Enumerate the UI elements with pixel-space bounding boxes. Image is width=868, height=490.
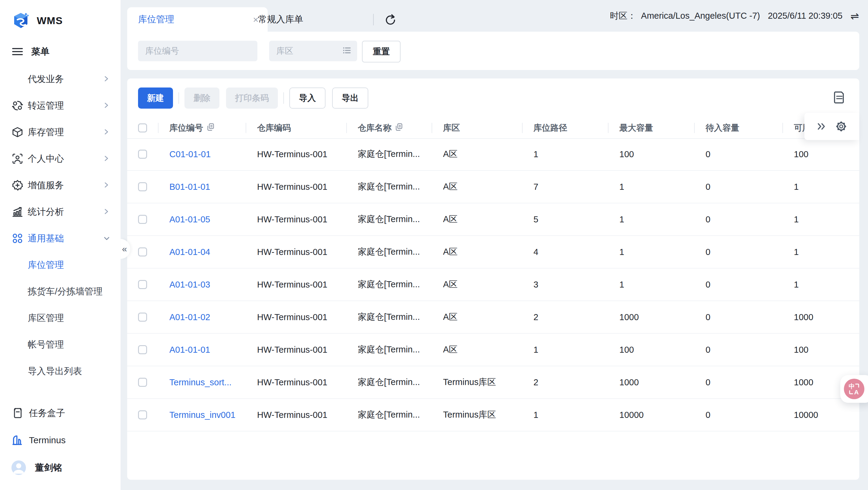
cell-code[interactable]: B01-01-01 [158,171,246,203]
cell-available_capacity: 10000 [782,399,859,431]
cell-path: 1 [522,138,608,170]
row-checkbox[interactable] [138,313,147,322]
chevron-right-icon [103,76,110,83]
create-button[interactable]: 新建 [138,87,173,109]
row-checkbox[interactable] [138,280,147,289]
sidebar-item-1[interactable]: 转运管理 [0,92,121,119]
sidebar-item-6[interactable]: 通用基础 [0,225,121,252]
cell-path: 2 [522,301,608,333]
cell-available_capacity: 1 [782,236,859,268]
row-select-cell [127,171,158,203]
location-code-input[interactable] [138,46,257,56]
expand-columns-icon[interactable] [817,122,827,131]
reset-button[interactable]: 重置 [362,41,401,62]
sidebar-subitem-1[interactable]: 拣货车/分拣墙管理 [0,278,121,305]
sidebar-subitem-4[interactable]: 导入导出列表 [0,358,121,384]
sidebar-item-0[interactable]: 代发业务 [0,66,121,92]
row-select-cell [127,203,158,235]
svg-text:中: 中 [849,383,855,390]
copy-icon[interactable] [207,123,215,133]
cell-pending_capacity: 0 [694,171,782,203]
cell-warehouse_code: HW-Terminus-001 [246,236,346,268]
cell-zone: A区 [432,138,522,170]
tab-inbound-order[interactable]: 常规入库单 [248,7,379,32]
transfer-icon [12,100,23,111]
cell-zone: A区 [432,268,522,300]
column-header-5: 最大容量 [608,118,694,138]
cell-available_capacity: 100 [782,334,859,366]
cell-code[interactable]: Terminus_sort... [158,366,246,398]
column-header-3: 库区 [432,118,522,138]
cell-code[interactable]: Terminus_inv001 [158,399,246,431]
avatar [11,460,26,475]
translate-button[interactable]: 中 A [844,379,864,399]
table-row: B01-01-01HW-Terminus-001家庭仓[Termin...A区7… [127,171,859,203]
sidebar-subitem-2[interactable]: 库区管理 [0,305,121,331]
delete-button[interactable]: 删除 [184,87,219,109]
sidebar-footer-item-0[interactable]: 任务盒子 [0,400,121,427]
timezone-bar: 时区： America/Los_Angeles(UTC -7) 2025/6/1… [610,0,859,32]
sidebar-subitem-3[interactable]: 帐号管理 [0,331,121,358]
refresh-button[interactable] [383,13,397,27]
datetime-value: 2025/6/11 20:39:05 [768,11,843,21]
row-checkbox[interactable] [138,215,147,224]
copy-icon[interactable] [395,123,403,133]
row-checkbox[interactable] [138,182,147,191]
user-row[interactable]: 董剑铭 [0,454,121,482]
sidebar-subitem-label: 库位管理 [28,259,64,271]
sidebar-subitem-0[interactable]: 库位管理 [0,252,121,278]
table-density-icon[interactable] [834,91,845,105]
cell-code[interactable]: A01-01-02 [158,301,246,333]
cell-available_capacity: 1 [782,171,859,203]
zone-list-picker-icon[interactable] [343,46,351,56]
cell-max_capacity: 1 [608,171,694,203]
table-row: A01-01-01HW-Terminus-001家庭仓[Termin...A区1… [127,334,859,366]
export-button[interactable]: 导出 [332,87,368,109]
cell-code[interactable]: C01-01-01 [158,138,246,170]
app-title: WMS [37,15,63,27]
row-checkbox[interactable] [138,378,147,387]
cell-pending_capacity: 0 [694,301,782,333]
column-label: 库位编号 [169,122,203,134]
row-checkbox[interactable] [138,248,147,256]
table-row: C01-01-01HW-Terminus-001家庭仓[Termin...A区1… [127,138,859,171]
cell-warehouse_code: HW-Terminus-001 [246,301,346,333]
column-label: 仓库编码 [257,122,291,134]
table-row: A01-01-05HW-Terminus-001家庭仓[Termin...A区5… [127,203,859,236]
cell-max_capacity: 1000 [608,366,694,398]
stats-icon [12,206,23,217]
table-body: C01-01-01HW-Terminus-001家庭仓[Termin...A区1… [127,138,859,431]
cell-path: 5 [522,203,608,235]
timezone-swap-icon[interactable]: ⇌ [850,10,859,22]
sidebar-item-label: 转运管理 [28,99,103,112]
grid-icon [12,233,23,244]
cell-warehouse_code: HW-Terminus-001 [246,268,346,300]
column-settings-gear-icon[interactable] [835,121,847,132]
sidebar-item-label: 通用基础 [28,232,103,245]
cell-warehouse_name: 家庭仓[Termin... [346,399,432,431]
cell-code[interactable]: A01-01-05 [158,203,246,235]
tab-storage-location[interactable]: 库位管理 × [127,7,268,32]
user-center-icon [12,153,23,164]
sidebar-item-5[interactable]: 统计分析 [0,199,121,225]
cell-code[interactable]: A01-01-04 [158,236,246,268]
cell-pending_capacity: 0 [694,203,782,235]
menu-toggle[interactable]: 菜单 [0,41,121,62]
row-checkbox[interactable] [138,150,147,159]
sidebar-item-4[interactable]: 增值服务 [0,172,121,199]
zone-field [269,41,357,61]
row-checkbox[interactable] [138,410,147,420]
sidebar-item-2[interactable]: 库存管理 [0,119,121,145]
sidebar-footer-item-1[interactable]: Terminus [0,427,121,454]
print-barcode-button[interactable]: 打印条码 [226,87,278,109]
cell-code[interactable]: A01-01-03 [158,268,246,300]
select-all-checkbox[interactable] [138,123,147,133]
row-select-cell [127,236,158,268]
tabbar: 库位管理 × 常规入库单 时区： America/Los_Angeles(UTC… [121,0,868,32]
zone-input[interactable] [269,46,343,56]
import-button[interactable]: 导入 [289,87,326,109]
cell-code[interactable]: A01-01-01 [158,334,246,366]
value-added-icon [12,180,23,191]
sidebar-item-3[interactable]: 个人中心 [0,145,121,172]
row-checkbox[interactable] [138,345,147,354]
